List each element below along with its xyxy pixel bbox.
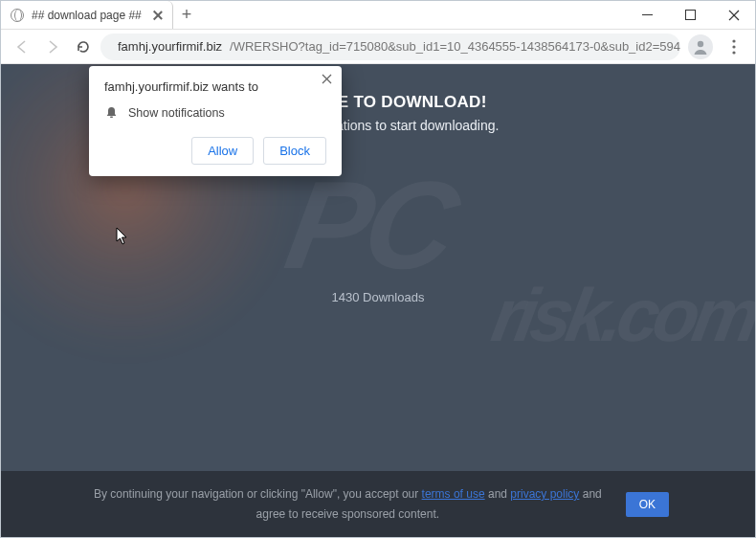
browser-window: ## download page ## + famhj.y — [0, 0, 756, 538]
titlebar: ## download page ## + — [1, 1, 755, 30]
privacy-link[interactable]: privacy policy — [510, 487, 579, 501]
tab-title: ## download page ## — [32, 9, 142, 22]
cookie-text: By continuing your navigation or clickin… — [87, 484, 609, 524]
svg-rect-11 — [110, 117, 113, 119]
svg-point-5 — [698, 40, 703, 46]
permission-popup: famhj.yourfirmif.biz wants to Show notif… — [89, 66, 342, 176]
svg-point-8 — [732, 51, 735, 54]
close-icon — [728, 10, 740, 21]
close-tab-icon[interactable] — [153, 11, 163, 20]
svg-point-7 — [732, 45, 735, 48]
arrow-right-icon — [45, 39, 60, 55]
new-tab-button[interactable]: + — [173, 1, 200, 29]
toolbar: famhj.yourfirmif.biz/WRERSHO?tag_id=7150… — [1, 30, 755, 64]
close-window-button[interactable] — [712, 1, 755, 29]
arrow-left-icon — [14, 39, 30, 55]
address-bar[interactable]: famhj.yourfirmif.biz/WRERSHO?tag_id=7150… — [100, 34, 680, 60]
url-host: famhj.yourfirmif.biz — [118, 39, 222, 54]
page-viewport: PREPARE TO DOWNLOAD! rowser notification… — [1, 64, 755, 537]
kebab-icon — [732, 39, 736, 55]
download-count: 1430 Downloads — [1, 290, 755, 304]
maximize-button[interactable] — [669, 1, 712, 29]
permission-capability: Show notifications — [128, 106, 225, 120]
cookie-ok-button[interactable]: OK — [626, 492, 669, 517]
cookie-banner: By continuing your navigation or clickin… — [1, 471, 755, 537]
watermark: PC risk.com — [268, 169, 755, 348]
allow-button[interactable]: Allow — [191, 137, 254, 165]
permission-actions: Allow Block — [104, 137, 326, 165]
browser-tab[interactable]: ## download page ## — [1, 1, 173, 29]
permission-close-button[interactable] — [322, 74, 332, 84]
globe-icon — [11, 9, 24, 22]
minimize-button[interactable] — [626, 1, 669, 29]
maximize-icon — [685, 10, 696, 20]
url-path: /WRERSHO?tag_id=715080&sub_id1=10_436455… — [230, 39, 680, 54]
profile-button[interactable] — [688, 34, 713, 59]
person-icon — [692, 38, 709, 56]
permission-capability-row: Show notifications — [104, 105, 326, 120]
window-controls — [626, 1, 755, 29]
block-button[interactable]: Block — [263, 137, 326, 165]
svg-rect-1 — [686, 11, 696, 20]
reload-button[interactable] — [70, 34, 97, 60]
close-icon — [322, 74, 332, 84]
terms-link[interactable]: terms of use — [422, 487, 485, 501]
minimize-icon — [642, 10, 653, 20]
bell-icon — [104, 105, 119, 120]
cookie-mid: and — [485, 487, 511, 501]
reload-icon — [76, 39, 91, 55]
back-button[interactable] — [9, 34, 35, 60]
menu-button[interactable] — [721, 39, 747, 55]
forward-button[interactable] — [39, 34, 66, 60]
svg-point-6 — [732, 39, 735, 42]
permission-origin: famhj.yourfirmif.biz wants to — [104, 79, 326, 94]
cookie-prefix: By continuing your navigation or clickin… — [94, 487, 422, 501]
